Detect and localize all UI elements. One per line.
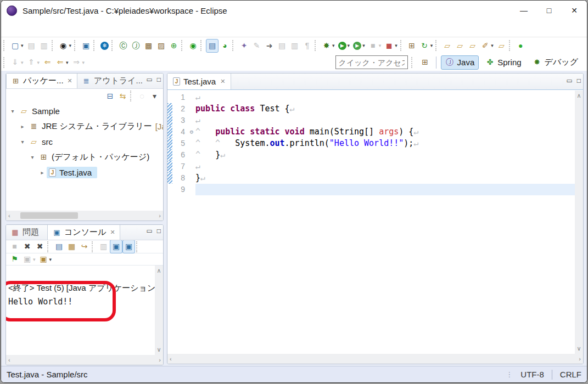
new-wizard-button-dropdown[interactable]: ▾ [21, 43, 24, 48]
user-account-button-dropdown[interactable]: ▾ [69, 43, 72, 48]
run-button[interactable]: ▶▾ [337, 39, 352, 53]
fold-marker[interactable] [188, 184, 195, 195]
quick-access-input[interactable] [335, 55, 408, 69]
scroll-right-icon[interactable]: › [159, 357, 161, 363]
clear-console-button[interactable]: ▤ [53, 240, 65, 253]
tab-console[interactable]: ▣ コンソール ✕ [47, 224, 120, 240]
console-vscrollbar[interactable]: ∧ ∨ [155, 266, 163, 355]
scrollbar-thumb[interactable] [20, 212, 78, 219]
export-jar-button[interactable]: ▨ [155, 39, 167, 53]
focus-button[interactable]: ◌ [136, 89, 148, 103]
mark-occurrences-toggle[interactable]: ▤ [206, 39, 219, 53]
scroll-down-icon[interactable]: ∨ [576, 345, 581, 352]
debug-button-dropdown[interactable]: ▾ [332, 43, 335, 48]
coverage-button[interactable]: ▶▾ [351, 39, 367, 53]
editor-tab-testjava[interactable]: J Test.java ✕ [167, 73, 231, 89]
code-line[interactable]: 5 ^ ^ System.out.println("Hello World!!"… [167, 138, 575, 149]
previous-annotation-button[interactable]: ⇑▾ [25, 55, 42, 69]
terminate-button[interactable]: ■ [8, 240, 21, 253]
tree-item-sample[interactable]: ▾ ▱ Sample [6, 103, 163, 118]
forward-button[interactable]: ⇒▾ [70, 55, 87, 69]
fold-marker[interactable] [188, 103, 195, 115]
console-hscrollbar[interactable]: ‹ › [6, 355, 163, 365]
code-line[interactable]: 7 ↵ [167, 161, 575, 172]
display-selected-console-button-dropdown[interactable]: ▾ [33, 257, 36, 262]
forward-button-dropdown[interactable]: ▾ [82, 60, 85, 65]
status-line-ending[interactable]: CRLF [560, 370, 581, 379]
open-project-folder-button[interactable]: ▱ [441, 39, 453, 53]
remove-all-launches-button[interactable]: ✖ [33, 240, 46, 253]
code-line[interactable]: 2 public class Test {↵ [167, 103, 575, 115]
fold-marker[interactable] [188, 149, 195, 161]
code-editor[interactable]: 1 ↵ 2 public class Test {↵ 3 ↵ [167, 91, 575, 354]
close-button[interactable]: ✕ [562, 1, 587, 20]
save-output-button[interactable]: ▥ [97, 240, 110, 253]
scroll-up-icon[interactable]: ∧ [156, 267, 161, 274]
new-junit-test-button[interactable]: Ⓙ [130, 39, 142, 53]
tree-item-testjava[interactable]: ▸ J Test.java [6, 165, 163, 180]
new-java-project-button[interactable]: ⊞ [406, 39, 418, 53]
team-share-button[interactable]: ▱ [453, 39, 466, 53]
save-button[interactable]: ▤ [25, 39, 38, 53]
menu-refactor[interactable] [35, 27, 45, 30]
next-annotation-button-dropdown[interactable]: ▾ [21, 60, 24, 65]
profile-button[interactable]: ◼▾ [383, 39, 399, 53]
open-terminal-button[interactable]: ▣ [80, 39, 92, 53]
scroll-down-icon[interactable]: ∨ [156, 346, 161, 353]
save-all-button[interactable]: ▥ [38, 39, 51, 53]
import-archive-button[interactable]: ▩ [142, 39, 155, 53]
collapse-all-button[interactable]: ⊟ [104, 89, 116, 103]
next-annotation-button[interactable]: ⇓▾ [9, 55, 25, 69]
gradle-refresh-button[interactable]: ◕ [219, 39, 231, 53]
update-project-button-dropdown[interactable]: ▾ [430, 43, 433, 48]
code-line[interactable]: 3 ↵ [167, 115, 575, 126]
tab-problems[interactable]: ▦ 問題 [6, 224, 47, 240]
scroll-lock-button[interactable]: ▦ [65, 240, 78, 253]
previous-annotation-button-dropdown[interactable]: ▾ [37, 60, 40, 65]
status-encoding[interactable]: UTF-8 [520, 370, 544, 379]
scroll-up-icon[interactable]: ∧ [576, 92, 581, 99]
close-icon[interactable]: ✕ [220, 78, 225, 85]
boot-dashboard-button[interactable]: ✻ [99, 39, 110, 53]
code-line[interactable]: 9 [167, 184, 575, 195]
remove-launch-button[interactable]: ✖ [21, 240, 33, 253]
tab-outline[interactable]: ≣ アウトライ... [77, 73, 151, 88]
tree-item-src[interactable]: ▾ ▱ src [6, 134, 163, 149]
open-console-button[interactable]: ▣▾ [37, 252, 54, 266]
stop-button[interactable]: ■▾ [367, 39, 383, 53]
scroll-right-icon[interactable]: › [579, 355, 581, 362]
maximize-view-icon[interactable]: □ [577, 77, 581, 84]
twisty-icon[interactable]: ▸ [18, 123, 27, 129]
tab-package-explorer[interactable]: ⊞ パッケー... ✕ [6, 73, 77, 88]
fold-marker[interactable] [188, 92, 195, 103]
format-source-button[interactable]: ✎ [250, 39, 263, 53]
console-output-area[interactable]: <終了> Test (5) [Java アプリケーション] C Hello Wo… [6, 280, 155, 355]
minimize-view-icon[interactable]: ▭ [146, 227, 152, 235]
update-project-button[interactable]: ↻▾ [418, 39, 435, 53]
editor-vscrollbar[interactable]: ∧ ∨ [575, 91, 583, 354]
tree-item-default-package[interactable]: ▾ ⊞ (デフォルト・パッケージ) [6, 149, 163, 165]
search-button[interactable]: ✐▾ [479, 39, 495, 53]
fold-marker[interactable] [188, 161, 195, 172]
twisty-icon[interactable]: ▸ [38, 170, 47, 176]
perspective-spring[interactable]: ✤ Spring [481, 55, 525, 70]
user-account-button[interactable]: ◉▾ [57, 39, 74, 53]
maximize-button[interactable]: □ [536, 1, 562, 20]
run-button-dropdown[interactable]: ▾ [348, 43, 350, 48]
scroll-left-icon[interactable]: ‹ [8, 357, 10, 363]
show-whitespace-toggle[interactable]: ¶ [301, 39, 313, 53]
ant-build-button[interactable]: ▱ [495, 39, 508, 53]
minimize-view-icon[interactable]: ▭ [566, 77, 572, 84]
open-perspective-button[interactable]: ⊞ [419, 55, 432, 69]
menu-file[interactable] [5, 27, 15, 30]
coverage-button-dropdown[interactable]: ▾ [362, 43, 365, 48]
link-with-editor-button[interactable]: ⇆ [116, 89, 129, 103]
menu-run[interactable] [75, 27, 85, 30]
stop-button-dropdown[interactable]: ▾ [379, 43, 382, 48]
maximize-view-icon[interactable]: □ [157, 76, 161, 83]
scroll-left-icon[interactable]: ‹ [170, 355, 172, 362]
plugin-search-button[interactable]: ✦ [238, 39, 250, 53]
servers-button[interactable]: ● [514, 39, 527, 53]
search-button-dropdown[interactable]: ▾ [491, 43, 494, 48]
profile-button-dropdown[interactable]: ▾ [395, 43, 397, 48]
